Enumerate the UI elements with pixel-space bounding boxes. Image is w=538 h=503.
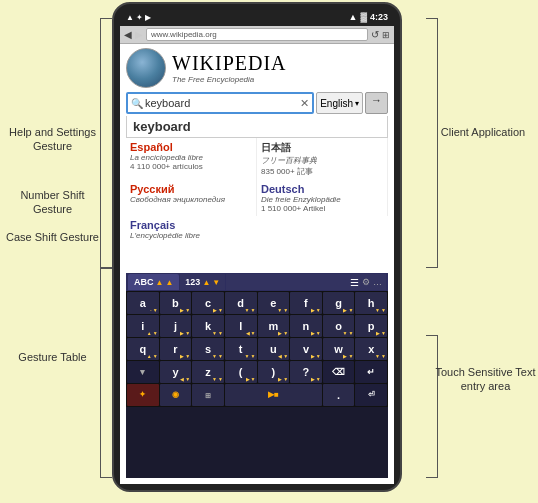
result-count-espanol: 4 110 000+ artículos (130, 162, 252, 171)
autocomplete-item[interactable]: keyboard (126, 116, 388, 138)
key-l[interactable]: l ◀▼ (225, 315, 257, 337)
search-go-button[interactable]: → (365, 92, 388, 114)
key-b[interactable]: b ▶▼ (160, 292, 192, 314)
keyboard-tab-sym[interactable]: ☰ ⚙ … (226, 274, 386, 290)
key-comma[interactable]: ▾ (127, 361, 159, 383)
bracket-right-app (426, 18, 438, 268)
key-e[interactable]: e ▼▼ (258, 292, 290, 314)
play-icon: ▶ (145, 13, 151, 22)
search-icon: 🔍 (131, 98, 143, 109)
key-special-1[interactable]: ✦ (127, 384, 159, 406)
result-francais: Français L'encyclopédie libre (126, 216, 257, 243)
key-period[interactable]: . (323, 384, 355, 406)
wifi-icon: ▲ (349, 12, 358, 22)
key-a[interactable]: a -▼ (127, 292, 159, 314)
search-clear-button[interactable]: ✕ (300, 97, 309, 110)
keyboard-tab-abc[interactable]: ABC ▲ ▲ (128, 274, 179, 290)
label-client-application: Client Application (433, 125, 533, 139)
abc-label: ABC (134, 277, 154, 287)
result-tagline-japanese: フリー百科事典 (261, 155, 383, 166)
search-input-wrap[interactable]: 🔍 keyboard ✕ (126, 92, 314, 114)
key-i[interactable]: i ▲▼ (127, 315, 159, 337)
keyboard-grid: a -▼ b ▶▼ c ▶▼ d ▼▼ e ▼▼ (126, 291, 388, 407)
result-japanese: 日本語 フリー百科事典 835 000+ 記事 (257, 138, 388, 180)
key-h[interactable]: h ▼▼ (355, 292, 387, 314)
key-u[interactable]: u ◀▼ (258, 338, 290, 360)
key-n[interactable]: n ▶▼ (290, 315, 322, 337)
key-space[interactable]: ▶■ (225, 384, 322, 406)
key-v[interactable]: v ▶▼ (290, 338, 322, 360)
key-m[interactable]: m ▶▼ (258, 315, 290, 337)
key-d[interactable]: d ▼▼ (225, 292, 257, 314)
num-arrow-down: ▼ (212, 278, 220, 287)
key-c[interactable]: c ▶▼ (192, 292, 224, 314)
notification-icon: ✦ (136, 13, 143, 22)
result-lang-japanese[interactable]: 日本語 (261, 141, 383, 155)
key-o[interactable]: o ▼▼ (323, 315, 355, 337)
num-label: 123 (185, 277, 200, 287)
phone-frame: ▲ ✦ ▶ ▲ ▓ 4:23 ◀ ▶ www.wikipedia.org ↺ ⊞… (112, 2, 402, 492)
key-y[interactable]: y ◀▼ (160, 361, 192, 383)
key-special-2[interactable]: ◉ (160, 384, 192, 406)
bookmark-icon[interactable]: ⊞ (382, 30, 390, 40)
key-p[interactable]: p ▶▼ (355, 315, 387, 337)
key-special-3[interactable]: ⊞ (192, 384, 224, 406)
kb-arrow-down: ▲ (165, 278, 173, 287)
result-lang-francais[interactable]: Français (130, 219, 253, 231)
label-case-shift: Case Shift Gesture (5, 230, 100, 244)
label-gesture-table: Gesture Table (5, 350, 100, 364)
result-tagline-deutsch: Die freie Enzyklopädie (261, 195, 383, 204)
wikipedia-subtitle: The Free Encyclopedia (172, 75, 287, 84)
key-question[interactable]: ? ▶▼ (290, 361, 322, 383)
signal-icon: ▲ (126, 13, 134, 22)
search-bar: 🔍 keyboard ✕ English ▾ → (126, 92, 388, 114)
result-tagline-espanol: La enciclopedia libre (130, 153, 252, 162)
status-bar: ▲ ✦ ▶ ▲ ▓ 4:23 (120, 8, 394, 26)
key-return[interactable]: ↵ (355, 361, 387, 383)
key-r[interactable]: r ▶▼ (160, 338, 192, 360)
key-q[interactable]: q ▲▼ (127, 338, 159, 360)
search-value: keyboard (145, 97, 300, 109)
wikipedia-logo (126, 48, 166, 88)
phone-screen: ▲ ✦ ▶ ▲ ▓ 4:23 ◀ ▶ www.wikipedia.org ↺ ⊞… (120, 8, 394, 484)
key-w[interactable]: w ▶▼ (323, 338, 355, 360)
result-lang-espanol[interactable]: Español (130, 141, 252, 153)
keyboard-tab-num[interactable]: 123 ▲ ▼ (180, 274, 225, 290)
back-icon[interactable]: ◀ (124, 29, 132, 40)
key-close-paren[interactable]: ) ▶▼ (258, 361, 290, 383)
bracket-left-app (100, 18, 112, 268)
key-enter[interactable]: ⏎ (355, 384, 387, 406)
key-s[interactable]: s ▼▼ (192, 338, 224, 360)
result-tagline-francais: L'encyclopédie libre (130, 231, 253, 240)
language-value: English (320, 98, 353, 109)
result-lang-deutsch[interactable]: Deutsch (261, 183, 383, 195)
result-espanol: Español La enciclopedia libre 4 110 000+… (126, 138, 257, 180)
result-count-deutsch: 1 510 000+ Artikel (261, 204, 383, 213)
label-help-settings: Help and Settings Gesture (5, 125, 100, 154)
result-tagline-russian: Свободная энциклопедия (130, 195, 252, 204)
key-k[interactable]: k ▼▼ (192, 315, 224, 337)
browser-bar: ◀ ▶ www.wikipedia.org ↺ ⊞ (120, 26, 394, 44)
result-russian: Русский Свободная энциклопедия (126, 180, 257, 216)
key-f[interactable]: f ▶▼ (290, 292, 322, 314)
result-lang-russian[interactable]: Русский (130, 183, 252, 195)
keyboard-area: ABC ▲ ▲ 123 ▲ ▼ ☰ ⚙ … a (126, 273, 388, 478)
url-bar[interactable]: www.wikipedia.org (146, 28, 368, 41)
language-select[interactable]: English ▾ (316, 92, 363, 114)
battery-icon: ▓ (360, 12, 367, 22)
key-backspace[interactable]: ⌫ (323, 361, 355, 383)
key-t[interactable]: t ▼▼ (225, 338, 257, 360)
status-right: ▲ ▓ 4:23 (349, 12, 389, 22)
forward-icon[interactable]: ▶ (135, 29, 143, 40)
key-g[interactable]: g ▶▼ (323, 292, 355, 314)
key-x[interactable]: x ▼▼ (355, 338, 387, 360)
result-count-japanese: 835 000+ 記事 (261, 166, 383, 177)
key-z[interactable]: z ▼▼ (192, 361, 224, 383)
clock: 4:23 (370, 12, 388, 22)
reload-button[interactable]: ↺ (371, 29, 379, 40)
wiki-content: WIKIPEDIA The Free Encyclopedia 🔍 keyboa… (120, 44, 394, 247)
kb-extra-icon: … (373, 277, 382, 287)
key-j[interactable]: j ▶▼ (160, 315, 192, 337)
kb-arrow-up: ▲ (156, 278, 164, 287)
key-open-paren[interactable]: ( ▶▼ (225, 361, 257, 383)
